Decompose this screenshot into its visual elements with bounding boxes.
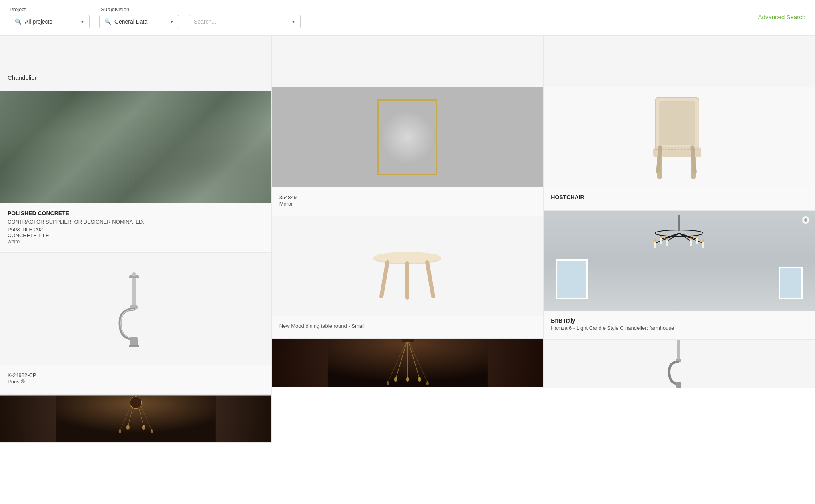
faucet-svg [108,271,164,347]
crystal-chandelier-svg [0,395,271,442]
faucet-bottom-image [544,340,815,388]
project-search-icon: 🔍 [15,18,22,25]
col2-partial-bottom [272,338,544,387]
partial-top-col3 [543,35,815,87]
chair-image-wrap [544,87,815,187]
chair-svg [643,93,715,181]
partial-top-col1: Chandelier [0,35,272,91]
chandelier-brand: BnB Italy [551,317,807,324]
svg-rect-51 [696,237,698,244]
faucet-code: K-24982-CP [8,372,264,378]
mirror-circle [379,109,435,165]
concrete-type: CONCRETE TILE [8,232,264,238]
subdivision-label: (Sub)division [99,6,179,12]
advanced-search-button[interactable]: Advanced Search [758,14,805,21]
search-select[interactable]: Search... ▼ [189,15,301,28]
search-spacer [189,6,301,12]
svg-point-53 [702,239,704,242]
svg-point-57 [696,236,698,238]
table-name: New Mood dining table round - Small [279,323,536,330]
chair-card[interactable]: HOSTCHAIR [543,87,815,211]
svg-rect-48 [666,239,668,246]
mirror-image-wrap [272,87,543,187]
search-filter-group: Search... ▼ [189,6,301,28]
faucet-image [0,253,271,365]
project-label: Project [10,6,90,12]
chandelier-info: BnB Italy Hamza 6 - Light Candle Style C… [544,311,815,339]
svg-point-28 [386,381,389,385]
svg-rect-60 [676,382,681,388]
grid-col-2: 354849 Mirror [272,35,544,443]
table-info: New Mood dining table round - Small [272,316,543,338]
concrete-color: white [8,238,264,244]
table-image-wrap [272,216,543,316]
chandelier-room-svg [647,215,711,287]
project-select[interactable]: 🔍 All projects ▼ [10,15,90,28]
faucet-card[interactable]: K-24982-CP Purist® [0,253,272,394]
project-chevron-icon: ▼ [80,20,84,24]
svg-rect-49 [690,239,692,246]
svg-point-26 [406,377,409,382]
project-select-value: All projects [25,18,77,25]
svg-point-12 [126,425,130,430]
grid-col-3: HOSTCHAIR [543,35,815,443]
project-filter-group: Project 🔍 All projects ▼ [10,6,90,28]
svg-point-54 [666,238,668,240]
indicator-dot [802,216,810,224]
room-scene [544,211,815,311]
chair-info: HOSTCHAIR [544,187,815,210]
partial-top-col2 [272,35,544,87]
svg-point-25 [394,377,397,382]
col3-partial-bottom [543,339,815,388]
svg-point-14 [119,429,121,433]
svg-point-27 [418,377,421,382]
concrete-code: P603-TILE-202 [8,226,264,232]
chandelier-desc: Hamza 6 - Light Candle Style C handelier… [551,325,807,331]
concrete-image [0,91,271,203]
subdivision-select[interactable]: 🔍 General Data ▼ [99,15,179,28]
faucet-image-wrap [0,253,271,365]
chandelier-image-wrap [544,211,815,311]
mirror-code: 354849 [279,194,536,200]
mirror-info: 354849 Mirror [272,187,543,216]
table-card[interactable]: New Mood dining table round - Small [272,216,544,338]
svg-point-56 [660,236,662,238]
subdivision-select-value: General Data [114,18,167,25]
svg-point-29 [426,381,428,385]
concrete-subtitle: CONTRACTOR SUPPLIER. OR DESIGNER NOMINAT… [8,218,264,226]
crystal-chandelier-bottom [272,339,543,387]
svg-rect-3 [129,345,139,347]
table-svg [367,226,447,306]
table-image [272,216,543,316]
concrete-info: POLISHED CONCRETE CONTRACTOR SUPPLIER. O… [0,203,271,252]
subdivision-search-icon: 🔍 [104,18,111,25]
subdivision-filter-group: (Sub)division 🔍 General Data ▼ [99,6,179,28]
filter-bar: Project 🔍 All projects ▼ (Sub)division 🔍… [0,0,815,35]
col1-partial-bottom [0,394,272,443]
svg-rect-0 [132,275,136,307]
faucet-info: K-24982-CP Purist® [0,365,271,393]
search-placeholder: Search... [194,18,288,25]
window2 [779,267,803,299]
grid-col-1: Chandelier POLISHED CONCRETE CONTRACTOR … [0,35,272,443]
svg-point-15 [151,429,153,433]
svg-point-13 [142,425,145,430]
polished-concrete-card[interactable]: POLISHED CONCRETE CONTRACTOR SUPPLIER. O… [0,91,272,253]
svg-rect-31 [659,101,695,145]
subdivision-chevron-icon: ▼ [170,20,174,24]
concrete-title: POLISHED CONCRETE [8,210,264,217]
chandelier-room-card[interactable]: BnB Italy Hamza 6 - Light Candle Style C… [543,211,815,339]
concrete-image-wrap [0,91,271,203]
search-chevron-icon: ▼ [291,20,295,24]
svg-point-52 [654,239,656,242]
product-grid: Chandelier POLISHED CONCRETE CONTRACTOR … [0,35,815,443]
chair-image [544,87,815,187]
mirror-name: Mirror [279,200,536,208]
chandelier-label: Chandelier [0,69,44,86]
crystal-bottom-image [0,395,271,442]
svg-rect-24 [401,339,413,342]
svg-rect-50 [660,237,662,244]
chair-name: HOSTCHAIR [551,194,807,201]
svg-point-5 [132,272,136,276]
mirror-card[interactable]: 354849 Mirror [272,87,544,216]
